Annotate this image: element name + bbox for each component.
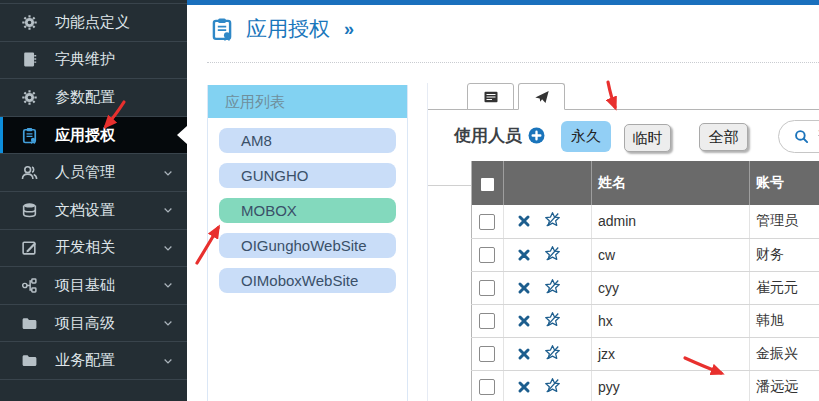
sidebar-item-0[interactable]: 功能点定义 (0, 4, 187, 42)
filter-button-0[interactable]: 永久 (561, 121, 611, 152)
app-item-3[interactable]: OIGunghoWebSite (219, 233, 396, 258)
sidebar-menu: 功能点定义 字典维护 参数配置 应用授权 人员管理 文档设置 开发相关 项目基础 (0, 3, 187, 380)
account-cell: 潘远远 (750, 370, 819, 401)
chevron-down-icon (162, 279, 174, 291)
sidebar-item-2[interactable]: 参数配置 (0, 79, 187, 117)
app-item-2[interactable]: MOBOX (219, 198, 396, 223)
star-slash-icon[interactable] (544, 278, 561, 295)
delete-x-icon[interactable] (517, 347, 531, 361)
page-title: 应用授权 » (210, 15, 354, 43)
sitemap-icon (19, 277, 39, 294)
name-cell: jzx (592, 337, 750, 370)
tab-0[interactable] (467, 83, 514, 110)
search-box (778, 120, 819, 153)
row-checkbox[interactable] (479, 247, 495, 263)
delete-x-icon[interactable] (517, 214, 531, 228)
chevron-down-icon (162, 242, 174, 254)
sidebar-item-8[interactable]: 项目高级 (0, 305, 187, 343)
search-icon (794, 129, 809, 144)
row-checkbox[interactable] (479, 313, 495, 329)
list-icon (483, 89, 499, 105)
account-cell: 韩旭 (750, 304, 819, 337)
account-cell: 财务 (750, 238, 819, 271)
app-window: 功能点定义 字典维护 参数配置 应用授权 人员管理 文档设置 开发相关 项目基础 (0, 0, 819, 401)
page-title-text: 应用授权 (246, 15, 330, 43)
account-cell: 管理员 (750, 205, 819, 238)
name-column-header: 姓名 (592, 161, 750, 205)
top-accent-bar (187, 0, 819, 5)
tab-bar (428, 83, 819, 110)
sidebar-item-label: 字典维护 (55, 50, 187, 69)
row-checkbox[interactable] (479, 346, 495, 362)
filter-button-1[interactable]: 临时 (624, 124, 671, 152)
delete-x-icon[interactable] (517, 281, 531, 295)
sidebar-item-4[interactable]: 人员管理 (0, 154, 187, 192)
filter-button-2[interactable]: 全部 (699, 123, 748, 151)
sidebar-item-label: 功能点定义 (55, 13, 187, 32)
chevron-down-icon (162, 204, 174, 216)
folder-icon (19, 315, 39, 332)
users-table-wrap: 姓名 账号 admin 管理员 cw 财务 cyy 崔元元 hx 韩旭 jzx … (471, 161, 819, 401)
table-row: cw 财务 (472, 238, 819, 271)
paper-plane-icon (534, 89, 550, 105)
table-header-row: 姓名 账号 (472, 161, 819, 205)
title-chevron: » (344, 19, 354, 40)
tab-1[interactable] (518, 83, 565, 110)
account-column-header: 账号 (750, 161, 819, 205)
chevron-down-icon (162, 317, 174, 329)
app-list-panel: 应用列表 AM8 GUNGHO MOBOX OIGunghoWebSite OI… (207, 85, 408, 401)
select-all-checkbox[interactable] (481, 178, 494, 191)
sidebar-item-1[interactable]: 字典维护 (0, 42, 187, 80)
star-slash-icon[interactable] (544, 344, 561, 361)
users-table: 姓名 账号 admin 管理员 cw 财务 cyy 崔元元 hx 韩旭 jzx … (471, 161, 819, 401)
name-cell: pyy (592, 370, 750, 401)
actions-column-header (504, 161, 592, 205)
clipboard-seal-icon (210, 16, 234, 42)
star-slash-icon[interactable] (544, 377, 561, 394)
name-cell: hx (592, 304, 750, 337)
table-row: jzx 金振兴 (472, 337, 819, 370)
name-cell: admin (592, 205, 750, 238)
gear-icon (19, 89, 39, 106)
app-item-4[interactable]: OIMoboxWebSite (219, 268, 396, 293)
title-divider (207, 62, 819, 63)
app-item-1[interactable]: GUNGHO (219, 163, 396, 188)
delete-x-icon[interactable] (517, 380, 531, 394)
users-label: 使用人员 (454, 124, 522, 147)
sidebar-item-5[interactable]: 文档设置 (0, 192, 187, 230)
edit-icon (19, 239, 39, 256)
app-item-0[interactable]: AM8 (219, 128, 396, 153)
sidebar-item-7[interactable]: 项目基础 (0, 267, 187, 305)
folder-icon (19, 352, 39, 369)
star-slash-icon[interactable] (544, 311, 561, 328)
name-cell: cw (592, 238, 750, 271)
table-row: hx 韩旭 (472, 304, 819, 337)
chevron-down-icon (162, 355, 174, 367)
delete-x-icon[interactable] (517, 248, 531, 262)
sidebar-item-label: 参数配置 (55, 88, 187, 107)
sidebar-item-6[interactable]: 开发相关 (0, 230, 187, 268)
row-checkbox[interactable] (479, 280, 495, 296)
sidebar: 功能点定义 字典维护 参数配置 应用授权 人员管理 文档设置 开发相关 项目基础 (0, 0, 187, 401)
star-slash-icon[interactable] (544, 211, 561, 228)
plus-circle-icon[interactable] (528, 127, 545, 144)
gear-icon (19, 14, 39, 31)
app-list: AM8 GUNGHO MOBOX OIGunghoWebSite OIMobox… (208, 128, 407, 293)
sidebar-item-9[interactable]: 业务配置 (0, 342, 187, 380)
account-cell: 崔元元 (750, 271, 819, 304)
notebook-icon (19, 51, 39, 68)
account-cell: 金振兴 (750, 337, 819, 370)
toolbar: 使用人员 永久 临时 全部 (428, 110, 819, 162)
table-row: cyy 崔元元 (472, 271, 819, 304)
delete-x-icon[interactable] (517, 314, 531, 328)
row-checkbox[interactable] (479, 214, 495, 230)
row-checkbox[interactable] (479, 379, 495, 395)
sidebar-item-3[interactable]: 应用授权 (0, 117, 187, 155)
user-panel: 使用人员 永久 临时 全部 姓名 账号 (427, 83, 819, 401)
table-row: pyy 潘远远 (472, 370, 819, 401)
app-list-header: 应用列表 (208, 85, 407, 118)
name-cell: cyy (592, 271, 750, 304)
table-row: admin 管理员 (472, 205, 819, 238)
star-slash-icon[interactable] (544, 245, 561, 262)
database-icon (19, 202, 39, 219)
